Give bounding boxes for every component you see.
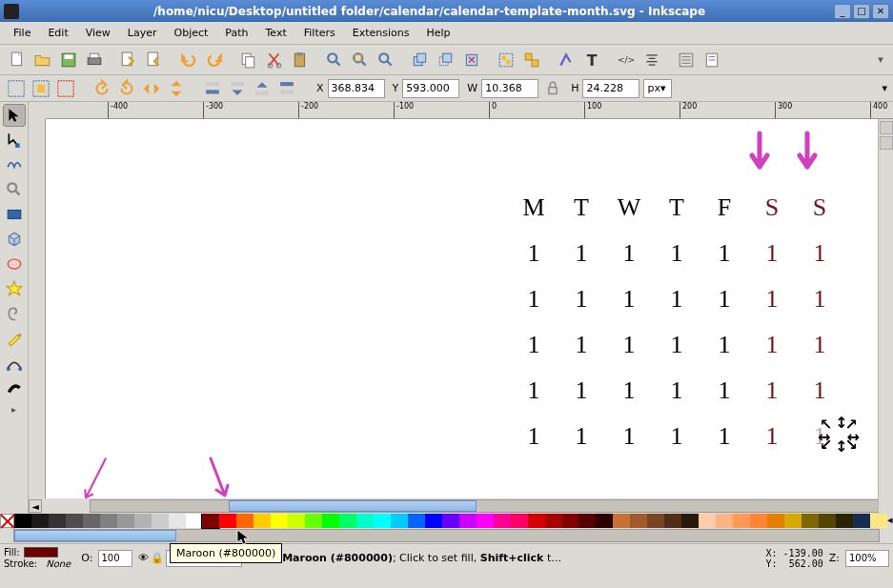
color-swatch[interactable] xyxy=(169,514,186,528)
color-swatch[interactable] xyxy=(767,514,784,528)
color-swatch[interactable] xyxy=(802,514,819,528)
raise-button[interactable] xyxy=(252,78,273,99)
color-swatch[interactable] xyxy=(750,514,767,528)
menu-text[interactable]: Text xyxy=(258,24,294,42)
selector-tool[interactable] xyxy=(3,104,26,127)
export-button[interactable] xyxy=(143,49,166,71)
calendar-cell[interactable]: 1 xyxy=(615,285,643,314)
color-swatch[interactable] xyxy=(14,514,31,528)
minimize-button[interactable]: _ xyxy=(834,4,851,19)
import-button[interactable] xyxy=(117,49,140,71)
h-input[interactable]: 24.228 xyxy=(582,79,639,98)
palette-handle[interactable]: ◂ xyxy=(887,514,893,529)
color-swatch[interactable] xyxy=(664,514,681,528)
calendar-cell[interactable]: 1 xyxy=(710,239,739,268)
calendar-cell[interactable]: 1 xyxy=(615,422,643,451)
zoom-selection-button[interactable] xyxy=(323,49,346,71)
cut-button[interactable] xyxy=(263,49,286,71)
calendar-cell[interactable]: 1 xyxy=(662,331,691,359)
menu-help[interactable]: Help xyxy=(418,24,457,42)
lower-bottom-button[interactable] xyxy=(202,78,223,99)
group-button[interactable] xyxy=(495,49,518,71)
calendar-cell[interactable]: 1 xyxy=(805,331,834,359)
fill-swatch[interactable] xyxy=(24,547,58,558)
color-swatch[interactable] xyxy=(819,514,836,528)
menu-filters[interactable]: Filters xyxy=(296,24,343,42)
color-swatch[interactable] xyxy=(613,514,630,528)
color-swatch[interactable] xyxy=(699,514,716,528)
color-swatch[interactable] xyxy=(477,514,494,528)
xml-button[interactable]: </> xyxy=(615,49,638,71)
color-swatch[interactable] xyxy=(716,514,733,528)
calendar-cell[interactable]: 1 xyxy=(805,376,834,405)
pencil-tool[interactable] xyxy=(3,327,26,350)
color-swatch[interactable] xyxy=(66,514,83,528)
undo-button[interactable] xyxy=(177,49,200,71)
calendar-cell[interactable]: 1 xyxy=(615,239,643,268)
zoom-tool[interactable] xyxy=(3,178,26,201)
calendar-cell[interactable]: 1 xyxy=(662,422,691,451)
calendar-cell[interactable]: 1 xyxy=(758,239,786,268)
day-header[interactable]: M xyxy=(519,193,548,222)
color-swatch[interactable] xyxy=(870,514,887,528)
calendar-cell[interactable]: 1 xyxy=(615,331,643,359)
day-header[interactable]: T xyxy=(567,193,596,222)
color-swatch[interactable] xyxy=(853,514,870,528)
color-swatch[interactable] xyxy=(117,514,134,528)
color-swatch[interactable] xyxy=(83,514,100,528)
palette-scrollbar[interactable] xyxy=(13,529,880,542)
spiral-tool[interactable] xyxy=(3,302,26,325)
zoom-page-button[interactable] xyxy=(375,49,397,71)
color-swatch[interactable] xyxy=(271,514,288,528)
open-button[interactable] xyxy=(31,49,54,71)
color-swatch[interactable] xyxy=(733,514,750,528)
y-input[interactable]: 593.000 xyxy=(402,79,459,98)
color-swatch[interactable] xyxy=(49,514,66,528)
color-swatch[interactable] xyxy=(511,514,528,528)
calendar-cell[interactable]: 1 xyxy=(567,376,596,405)
toolbar-overflow[interactable]: ▾ xyxy=(874,53,887,66)
menu-layer[interactable]: Layer xyxy=(120,24,165,42)
calligraphy-tool[interactable] xyxy=(3,376,26,399)
rotate-cw-button[interactable] xyxy=(116,78,137,99)
color-swatch[interactable] xyxy=(288,514,305,528)
duplicate-button[interactable] xyxy=(409,49,432,71)
calendar-cell[interactable]: 1 xyxy=(758,331,786,359)
calendar-cell[interactable]: 1 xyxy=(710,331,739,359)
color-swatch[interactable] xyxy=(836,514,853,528)
color-swatch[interactable] xyxy=(134,514,152,528)
zoom-drawing-button[interactable] xyxy=(349,49,372,71)
calendar-cell[interactable]: 1 xyxy=(567,422,596,451)
day-header[interactable]: S xyxy=(805,193,834,222)
color-swatch[interactable] xyxy=(186,514,203,528)
docprops-button[interactable] xyxy=(700,49,723,71)
3dbox-tool[interactable] xyxy=(3,228,26,251)
calendar-cell[interactable]: 1 xyxy=(519,376,548,405)
color-swatch[interactable] xyxy=(374,514,391,528)
prefs-button[interactable] xyxy=(675,49,698,71)
day-header[interactable]: T xyxy=(662,193,691,222)
redo-button[interactable] xyxy=(203,49,226,71)
flip-h-button[interactable] xyxy=(141,78,162,99)
color-swatch[interactable] xyxy=(339,514,356,528)
color-swatch[interactable] xyxy=(578,514,596,528)
menu-path[interactable]: Path xyxy=(217,24,255,42)
color-swatch[interactable] xyxy=(152,514,169,528)
unlink-clone-button[interactable]: × xyxy=(460,49,483,71)
menu-extensions[interactable]: Extensions xyxy=(345,24,417,42)
zoom-out-arrow-icon[interactable]: ◄ xyxy=(29,499,42,513)
calendar-cell[interactable]: 1 xyxy=(662,285,691,314)
color-swatch[interactable] xyxy=(322,514,339,528)
color-swatch[interactable] xyxy=(681,514,699,528)
rotate-ccw-button[interactable] xyxy=(91,78,112,99)
fill-stroke-button[interactable] xyxy=(555,49,578,71)
calendar-cell[interactable]: 1 xyxy=(615,376,643,405)
snap-toggle[interactable] xyxy=(880,121,893,134)
color-swatch[interactable] xyxy=(356,514,374,528)
calendar-cell[interactable]: 1 xyxy=(567,285,596,314)
no-color-swatch[interactable] xyxy=(0,514,14,528)
calendar-cell[interactable]: 1 xyxy=(805,285,834,314)
color-swatch[interactable] xyxy=(494,514,511,528)
opacity-input[interactable]: 100 xyxy=(98,550,132,567)
calendar-cell[interactable]: 1 xyxy=(710,376,739,405)
